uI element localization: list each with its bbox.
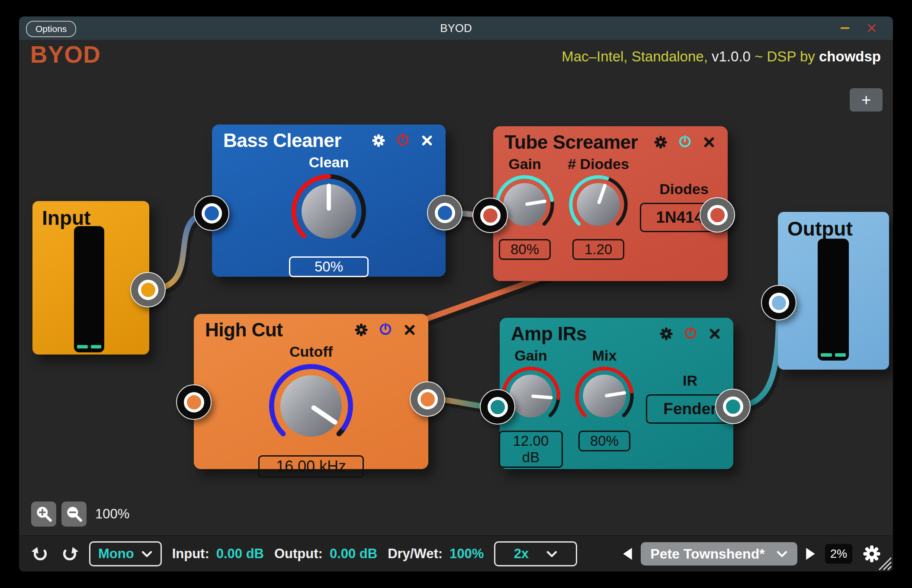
chevron-down-icon — [546, 550, 558, 558]
output-gain-label: Output: — [274, 546, 323, 562]
param-value-box[interactable]: 80% — [499, 239, 551, 260]
choice-label: Diodes — [659, 181, 708, 198]
port-dot — [202, 203, 222, 224]
meter-bar-left — [821, 353, 832, 357]
window-title: BYOD — [19, 16, 893, 40]
add-node-button[interactable]: + — [850, 88, 883, 112]
node-amp-irs[interactable]: Amp IRs Gain 12.0 — [500, 318, 733, 469]
dsp-by-text: ~ DSP by — [755, 48, 815, 64]
port-dot — [138, 280, 158, 300]
zoom-out-button[interactable] — [61, 502, 87, 527]
port-dot — [769, 293, 789, 313]
close-icon[interactable] — [402, 323, 417, 337]
minimize-button[interactable] — [838, 22, 851, 35]
node-title: Tube Screamer — [504, 131, 638, 153]
input-gain-value[interactable]: 0.00 dB — [216, 546, 264, 562]
magnifier-plus-icon — [34, 504, 54, 524]
output-in-port[interactable] — [761, 285, 796, 320]
high_cut-out-port[interactable] — [410, 381, 445, 417]
version-info: Mac–Intel, Standalone, v1.0.0 ~ DSP by c… — [562, 48, 881, 65]
meter-bar-right — [835, 353, 846, 357]
preset-selector[interactable]: Pete Townshend* — [641, 542, 797, 566]
meter-bar-left — [77, 345, 88, 348]
channel-mode-dropdown[interactable]: Mono — [89, 541, 162, 566]
mix-knob[interactable] — [572, 364, 636, 428]
param-value-box[interactable]: 1.20 — [572, 239, 624, 260]
bass_cleaner-in-port[interactable] — [194, 195, 229, 231]
power-icon[interactable] — [378, 323, 393, 337]
settings-gear-icon[interactable] — [371, 133, 386, 148]
port-dot — [184, 392, 204, 412]
next-preset-button[interactable] — [805, 547, 816, 561]
window-resize-handle[interactable] — [873, 552, 892, 571]
node-title: Amp IRs — [511, 323, 587, 345]
clean-knob[interactable] — [288, 171, 369, 252]
bass_cleaner-out-port[interactable] — [427, 195, 462, 230]
undo-icon[interactable] — [30, 544, 50, 564]
meter-bar-right — [91, 345, 102, 348]
high_cut-in-port[interactable] — [176, 384, 212, 420]
port-dot — [707, 205, 728, 225]
power-icon[interactable] — [395, 133, 410, 148]
zoom-in-button[interactable] — [31, 502, 56, 527]
node-title: Input — [32, 201, 149, 230]
channel-mode-value: Mono — [98, 546, 134, 562]
close-icon[interactable] — [420, 133, 434, 148]
param-value-box[interactable]: 12.00 dB — [499, 431, 563, 468]
node-tube-screamer[interactable]: Tube Screamer Gain — [493, 126, 728, 281]
port-dot — [435, 203, 455, 223]
input-level-meter — [74, 226, 104, 352]
cutoff-knob[interactable] — [265, 360, 357, 452]
node-title: High Cut — [205, 319, 283, 341]
param-label: Cutoff — [289, 343, 333, 360]
node-output[interactable]: Output — [778, 212, 889, 370]
param-label: Mix — [592, 347, 617, 364]
power-icon[interactable] — [683, 326, 698, 341]
amp_irs-in-port[interactable] — [480, 389, 515, 425]
node-high-cut[interactable]: High Cut Cutoff 1 — [194, 314, 428, 469]
tube_screamer-out-port[interactable] — [700, 197, 735, 233]
node-title: Output — [778, 212, 889, 240]
node-title: Bass Cleaner — [223, 130, 341, 151]
power-icon[interactable] — [678, 135, 692, 150]
param-value-box[interactable]: 80% — [578, 431, 630, 451]
settings-gear-icon[interactable] — [354, 323, 369, 337]
param-value-box[interactable]: 16.00 kHz — [258, 455, 364, 478]
tube_screamer-in-port[interactable] — [472, 198, 508, 233]
byod-logo: BYOD — [30, 41, 101, 68]
output-gain-value[interactable]: 0.00 dB — [330, 546, 377, 562]
magnifier-minus-icon — [64, 504, 84, 524]
port-dot — [480, 205, 501, 226]
diodes-count-knob[interactable] — [566, 173, 630, 236]
bottom-toolbar: Mono Input: 0.00 dB Output: 0.00 dB Dry/… — [19, 535, 893, 572]
oversampling-dropdown[interactable]: 2x — [494, 541, 577, 566]
brand-name: chowdsp — [819, 48, 881, 64]
param-value-box[interactable]: 50% — [289, 256, 369, 277]
previous-preset-button[interactable] — [622, 547, 633, 561]
param-label: Clean — [309, 154, 349, 171]
chevron-down-icon — [776, 550, 788, 558]
close-icon[interactable] — [707, 326, 722, 341]
node-input[interactable]: Input — [32, 201, 149, 355]
chevron-down-icon — [141, 550, 153, 558]
input-gain-label: Input: — [172, 546, 209, 562]
input-out-port[interactable] — [130, 272, 166, 307]
platform-text: Mac–Intel, Standalone, — [562, 48, 708, 64]
dry-wet-value[interactable]: 100% — [450, 546, 484, 562]
plugin-content: BYOD Mac–Intel, Standalone, v1.0.0 ~ DSP… — [19, 40, 893, 572]
port-dot — [417, 389, 438, 409]
node-bass-cleaner[interactable]: Bass Cleaner Clean — [212, 125, 446, 277]
close-icon[interactable] — [702, 135, 716, 150]
app-window: Options BYOD BYOD Mac–Intel, Standalone,… — [19, 16, 893, 572]
dry-wet-label: Dry/Wet: — [388, 546, 443, 562]
amp_irs-out-port[interactable] — [715, 389, 751, 424]
oversampling-value: 2x — [514, 546, 529, 562]
close-button[interactable] — [865, 22, 878, 35]
output-level-meter — [818, 239, 849, 361]
version-number: v1.0.0 — [712, 48, 751, 64]
settings-gear-icon[interactable] — [659, 326, 674, 341]
redo-icon[interactable] — [60, 544, 80, 564]
settings-gear-icon[interactable] — [653, 135, 668, 150]
title-bar: Options BYOD — [19, 16, 893, 40]
choice-label: IR — [683, 372, 697, 389]
